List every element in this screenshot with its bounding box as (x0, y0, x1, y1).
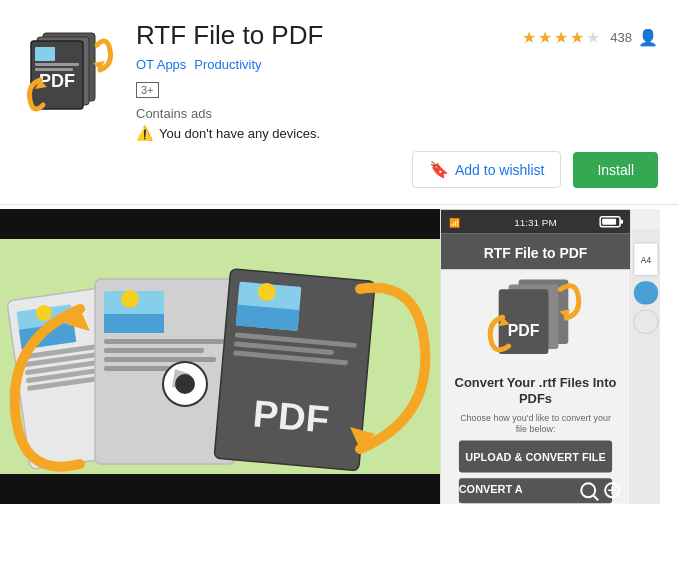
svg-rect-22 (104, 314, 164, 333)
category-link[interactable]: Productivity (194, 57, 261, 72)
convert-desc: Choose how you'd like to convert your (460, 413, 611, 423)
warning-row: ⚠️ You don't have any devices. (136, 125, 506, 141)
phone-time: 11:31 PM (514, 217, 557, 228)
warning-text: You don't have any devices. (159, 126, 320, 141)
svg-rect-25 (104, 348, 204, 353)
contains-ads-label: Contains ads (136, 106, 506, 121)
warning-icon: ⚠️ (136, 125, 153, 141)
screenshot-promo[interactable]: PDF (0, 209, 440, 504)
star-5: ★ (586, 28, 600, 47)
svg-rect-5 (35, 63, 79, 66)
app-icon: PDF (20, 20, 120, 120)
star-2: ★ (538, 28, 552, 47)
divider (0, 204, 678, 205)
convert-title-2: PDFs (519, 391, 552, 406)
app-header: PDF RTF File to PDF OT Apps Productivity… (0, 0, 678, 151)
svg-text:PDF: PDF (39, 71, 75, 91)
star-4: ★ (570, 28, 584, 47)
svg-point-23 (121, 290, 139, 308)
wishlist-label: Add to wishlist (455, 162, 544, 178)
rating-row: ★ ★ ★ ★ ★ 438 👤 (522, 28, 658, 47)
convert-title: Convert Your .rtf Files Into (455, 375, 617, 390)
age-badge: 3+ (136, 82, 159, 98)
rating-section: ★ ★ ★ ★ ★ 438 👤 (522, 20, 658, 55)
convert-desc-2: file below: (516, 424, 556, 434)
screenshot-phone[interactable]: 📶 11:31 PM RTF File to PDF PDF (440, 209, 630, 504)
user-icon: 👤 (638, 28, 658, 47)
convert-button-label[interactable]: CONVERT A (459, 483, 523, 495)
svg-rect-45 (620, 220, 623, 224)
svg-rect-44 (602, 219, 616, 225)
svg-rect-6 (35, 68, 73, 71)
app-tags: OT Apps Productivity (136, 57, 506, 72)
svg-rect-26 (104, 357, 216, 362)
app-title: RTF File to PDF (136, 20, 506, 51)
svg-rect-24 (104, 339, 224, 344)
svg-rect-4 (35, 47, 55, 61)
action-area: 🔖 Add to wishlist Install (0, 151, 678, 204)
wishlist-button[interactable]: 🔖 Add to wishlist (412, 151, 561, 188)
phone-app-title: RTF File to PDF (484, 245, 588, 261)
star-3: ★ (554, 28, 568, 47)
svg-text:PDF: PDF (508, 322, 540, 339)
svg-text:PDF: PDF (251, 392, 330, 440)
upload-button-label[interactable]: UPLOAD & CONVERT FILE (465, 451, 605, 463)
star-1: ★ (522, 28, 536, 47)
svg-text:📶: 📶 (449, 217, 461, 229)
developer-link[interactable]: OT Apps (136, 57, 186, 72)
bookmark-icon: 🔖 (429, 160, 449, 179)
svg-rect-64 (634, 281, 658, 304)
svg-text:A4: A4 (641, 255, 652, 265)
screenshots-section: PDF 📶 11:31 PM RTF File (0, 209, 678, 504)
svg-rect-65 (634, 310, 658, 333)
install-button[interactable]: Install (573, 152, 658, 188)
rating-count: 438 (610, 30, 632, 45)
app-info: RTF File to PDF OT Apps Productivity 3+ … (136, 20, 506, 141)
stars: ★ ★ ★ ★ ★ (522, 28, 600, 47)
screenshot-third-partial: A4 (630, 209, 660, 504)
